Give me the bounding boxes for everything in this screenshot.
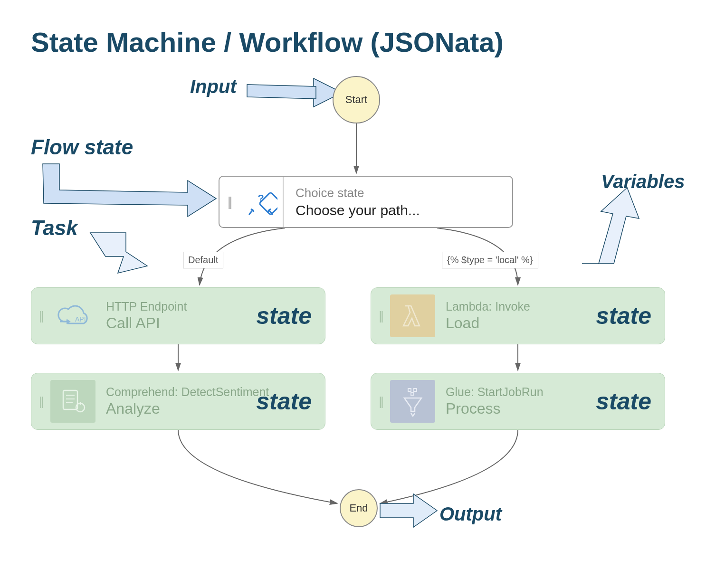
annotation-output: Output	[439, 503, 502, 525]
drag-handle-icon: ||	[371, 288, 390, 344]
state-badge: state	[596, 302, 651, 330]
annotation-variables: Variables	[601, 171, 685, 192]
choice-name: Choose your path...	[296, 202, 420, 218]
drag-handle-icon: ||	[31, 373, 50, 429]
svg-rect-10	[414, 389, 417, 391]
svg-rect-3	[63, 390, 77, 409]
state-process: || Glue: StartJobRun Process state	[371, 373, 665, 430]
end-label: End	[349, 502, 368, 514]
drag-handle-icon: ||	[31, 288, 50, 344]
callout-arrow-input	[247, 90, 328, 93]
http-endpoint-icon: API	[50, 294, 95, 337]
diagram-title: State Machine / Workflow (JSONata)	[31, 26, 504, 58]
drag-handle-icon: ||	[219, 177, 239, 227]
start-label: Start	[345, 94, 367, 106]
lambda-icon	[390, 294, 435, 337]
edge-analyze-to-end	[178, 430, 337, 503]
state-badge: state	[256, 302, 312, 330]
svg-text:?: ?	[258, 192, 264, 204]
svg-rect-9	[408, 389, 411, 391]
svg-rect-11	[411, 392, 414, 395]
callout-arrow-task	[90, 233, 147, 273]
branch-label-condition: {% $type = 'local' %}	[442, 252, 538, 268]
comprehend-icon	[50, 380, 95, 423]
annotation-task: Task	[31, 216, 78, 240]
choice-icon: ?	[239, 177, 284, 227]
state-load: || Lambda: Invoke Load state	[371, 287, 665, 344]
start-node: Start	[333, 76, 380, 123]
state-analyze: || Comprehend: DetectSentiment Analyze s…	[31, 373, 325, 430]
annotation-input: Input	[190, 76, 237, 97]
state-call-api: || API HTTP Endpoint Call API state	[31, 287, 325, 344]
drag-handle-icon: ||	[371, 373, 390, 429]
edge-process-to-end	[380, 430, 518, 503]
svg-text:API: API	[75, 315, 86, 323]
choice-type-label: Choice state	[296, 186, 420, 200]
callout-arrow-flowstate	[43, 164, 216, 217]
glue-icon	[390, 380, 435, 423]
branch-label-default: Default	[183, 252, 223, 268]
state-badge: state	[256, 388, 312, 415]
end-node: End	[340, 489, 378, 527]
annotation-flow-state: Flow state	[31, 135, 133, 159]
state-badge: state	[596, 388, 651, 415]
callout-arrow-output	[380, 494, 437, 527]
callout-arrow-variables	[582, 188, 639, 264]
choice-state-box: || ? Choice state Choose your path...	[219, 176, 513, 228]
